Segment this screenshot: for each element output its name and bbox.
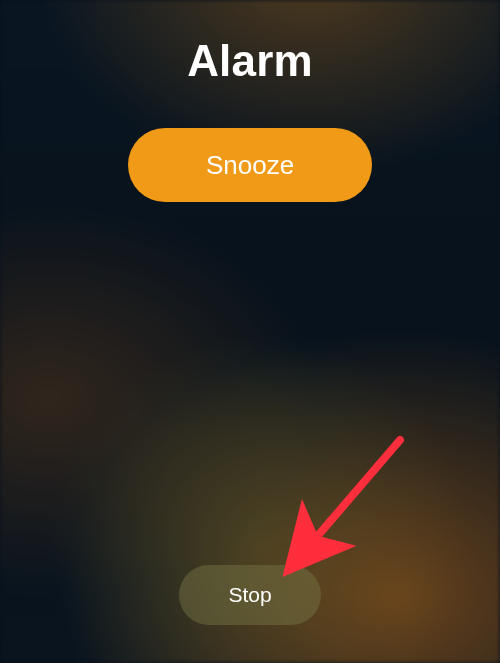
alarm-content: Alarm Snooze Stop — [0, 0, 500, 663]
alarm-screen: Alarm Snooze Stop — [0, 0, 500, 663]
alarm-title: Alarm — [0, 36, 500, 86]
snooze-button[interactable]: Snooze — [128, 128, 372, 202]
stop-button[interactable]: Stop — [179, 565, 321, 625]
